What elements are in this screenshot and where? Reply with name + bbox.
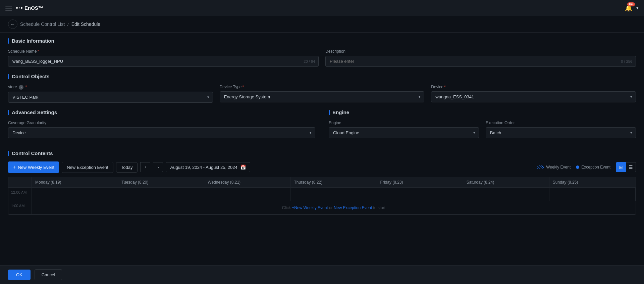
fri-1200am-cell[interactable]: [377, 188, 463, 201]
next-week-button[interactable]: ›: [153, 162, 163, 172]
tue-1200am-cell[interactable]: [118, 188, 204, 201]
advanced-settings-title: Advanced Settings: [8, 109, 315, 115]
legend-group: Weekly Event Exception Event ⊞ ☰: [537, 162, 636, 172]
device-select[interactable]: wangna_ESS_0341 ▾: [431, 91, 636, 102]
engine-label: Engine: [329, 121, 479, 125]
chevron-right-icon: ›: [157, 165, 159, 170]
app-name: EnOS™: [24, 5, 43, 11]
hint-prefix: Click: [282, 205, 291, 210]
coverage-granularity-label: Coverage Granularity: [8, 121, 315, 125]
device-type-value: Energy Storage System: [220, 92, 416, 102]
page-footer: OK Cancel: [0, 265, 644, 284]
hint-new-exception-link[interactable]: New Exception Event: [334, 205, 372, 210]
wednesday-header: Wednesday (8.21): [204, 177, 290, 187]
list-view-button[interactable]: ☰: [626, 162, 636, 172]
logo-dots-icon: [16, 7, 22, 9]
cancel-button[interactable]: Cancel: [35, 269, 62, 280]
coverage-granularity-group: Coverage Granularity Device ▾: [8, 121, 315, 138]
sun-1200am-cell[interactable]: [549, 188, 636, 201]
new-weekly-label: New Weekly Event: [18, 165, 54, 170]
hint-end: to start: [373, 205, 385, 210]
coverage-granularity-select[interactable]: Device ▾: [8, 127, 315, 138]
device-value: wangna_ESS_0341: [431, 92, 627, 102]
back-button[interactable]: ←: [8, 19, 17, 29]
control-objects-section: Control Objects store i * VISTEC Park ▾ …: [8, 74, 636, 103]
time-100am: 1:00 AM: [8, 201, 32, 215]
user-menu[interactable]: ▾: [636, 5, 639, 10]
main-content: Basic Information Schedule Name* 20 / 64…: [0, 33, 644, 266]
schedule-name-field-wrap[interactable]: 20 / 64: [8, 56, 319, 67]
mon-1200am-cell[interactable]: [32, 188, 118, 201]
tuesday-header: Tuesday (8.20): [118, 177, 204, 187]
top-navigation: EnOS™ 🔔 99+ ▾: [0, 0, 644, 16]
wed-1200am-cell[interactable]: [204, 188, 290, 201]
control-contents-section: Control Contents + New Weekly Event New …: [8, 150, 636, 215]
description-field-wrap[interactable]: 0 / 256: [325, 56, 636, 67]
schedule-name-group: Schedule Name* 20 / 64: [8, 49, 319, 67]
friday-header: Friday (8.23): [377, 177, 463, 187]
engine-value: Cloud Engine: [329, 128, 470, 138]
sat-1200am-cell[interactable]: [463, 188, 549, 201]
device-type-select[interactable]: Energy Storage System ▾: [220, 91, 425, 102]
notifications-bell[interactable]: 🔔 99+: [625, 4, 632, 12]
engine-select[interactable]: Cloud Engine ▾: [329, 127, 479, 138]
store-info-icon[interactable]: i: [19, 85, 23, 90]
calendar-body: 12:00 AM 1:00 AM Click +New Weekly Event…: [8, 188, 636, 215]
control-objects-title: Control Objects: [8, 74, 636, 79]
calendar-icon: 📅: [240, 164, 246, 170]
execution-order-value: Batch: [486, 128, 627, 138]
basic-information-section: Basic Information Schedule Name* 20 / 64…: [8, 38, 636, 67]
sunday-header: Sunday (8.25): [549, 177, 636, 187]
breadcrumb-parent: Schedule Control List: [20, 21, 65, 27]
calendar-header: Monday (8.19) Tuesday (8.20) Wednesday (…: [8, 177, 636, 188]
prev-week-button[interactable]: ‹: [140, 162, 150, 172]
device-label: Device*: [431, 85, 636, 89]
user-chevron-icon: ▾: [636, 5, 639, 10]
schedule-name-input[interactable]: [8, 56, 318, 66]
saturday-header: Saturday (8.24): [463, 177, 549, 187]
device-type-group: Device Type* Energy Storage System ▾: [220, 85, 425, 103]
description-input[interactable]: [326, 56, 636, 66]
new-weekly-event-button[interactable]: + New Weekly Event: [8, 161, 59, 173]
legend-weekly-label: Weekly Event: [546, 165, 571, 170]
date-range-picker[interactable]: August 19, 2024 - August 25, 2024 📅: [166, 162, 250, 172]
execution-order-select[interactable]: Batch ▾: [486, 127, 636, 138]
store-label: store i *: [8, 85, 213, 90]
advanced-settings-section: Advanced Settings Coverage Granularity D…: [8, 109, 315, 144]
calendar-toolbar: + New Weekly Event New Exception Event T…: [8, 161, 636, 173]
advanced-engine-row: Advanced Settings Coverage Granularity D…: [8, 109, 636, 144]
description-char-count: 0 / 256: [621, 59, 632, 63]
control-contents-title: Control Contents: [8, 150, 636, 156]
engine-dropdown-icon: ▾: [470, 131, 479, 135]
time-header: [8, 177, 32, 187]
breadcrumb: ← Schedule Control List / Edit Schedule: [0, 16, 644, 33]
thursday-header: Thursday (8.22): [290, 177, 377, 187]
execution-order-group: Execution Order Batch ▾: [486, 121, 636, 138]
app-logo: EnOS™: [16, 5, 43, 11]
execution-order-label: Execution Order: [486, 121, 636, 125]
ok-button[interactable]: OK: [8, 270, 31, 280]
legend-weekly-icon: [537, 165, 544, 169]
device-dropdown-icon: ▾: [627, 95, 636, 99]
breadcrumb-current: Edit Schedule: [71, 21, 100, 27]
date-range-text: August 19, 2024 - August 25, 2024: [170, 165, 237, 170]
list-icon: ☰: [629, 164, 633, 170]
thu-1200am-cell[interactable]: [290, 188, 377, 201]
calendar-hint: Click +New Weekly Event or New Exception…: [32, 201, 636, 215]
chevron-left-icon: ‹: [145, 165, 146, 170]
basic-information-title: Basic Information: [8, 38, 636, 44]
schedule-name-char-count: 20 / 64: [304, 59, 315, 63]
device-type-dropdown-icon: ▾: [415, 95, 424, 99]
grid-icon: ⊞: [619, 164, 623, 170]
schedule-name-label: Schedule Name*: [8, 49, 319, 54]
hint-new-weekly-link[interactable]: +New Weekly Event: [292, 205, 328, 210]
device-type-label: Device Type*: [220, 85, 425, 89]
today-button[interactable]: Today: [116, 162, 138, 173]
grid-view-button[interactable]: ⊞: [616, 162, 626, 172]
new-exception-event-button[interactable]: New Exception Event: [62, 162, 113, 173]
engine-section: Engine Engine Cloud Engine ▾ Execution O…: [329, 109, 636, 144]
menu-icon[interactable]: [5, 6, 12, 10]
coverage-granularity-value: Device: [8, 128, 306, 138]
store-select[interactable]: VISTEC Park ▾: [8, 92, 213, 103]
breadcrumb-separator: /: [67, 22, 69, 27]
